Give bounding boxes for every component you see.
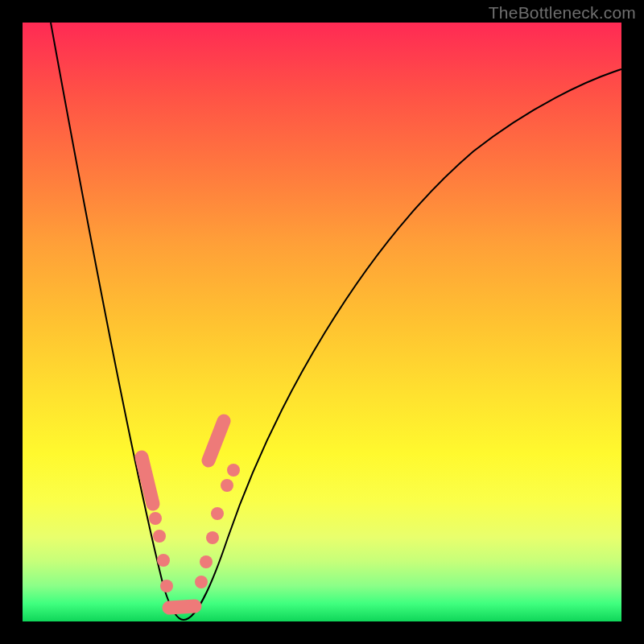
- marker-dot: [160, 580, 173, 592]
- marker-dot: [195, 576, 208, 588]
- marker-layer: [142, 421, 240, 608]
- watermark-text: TheBottleneck.com: [489, 3, 636, 23]
- marker-dot: [221, 479, 233, 492]
- chart-svg: [23, 23, 621, 621]
- marker-dot: [211, 507, 224, 520]
- marker-dot: [153, 530, 166, 543]
- bottleneck-curve: [51, 23, 621, 620]
- marker-dot: [157, 554, 170, 567]
- chart-plot-area: [23, 23, 621, 621]
- marker-dot: [227, 464, 240, 477]
- marker-dot: [149, 512, 162, 525]
- marker-dot: [206, 531, 219, 544]
- marker-pill: [169, 606, 195, 608]
- marker-dot: [200, 555, 213, 568]
- marker-pill: [208, 421, 224, 460]
